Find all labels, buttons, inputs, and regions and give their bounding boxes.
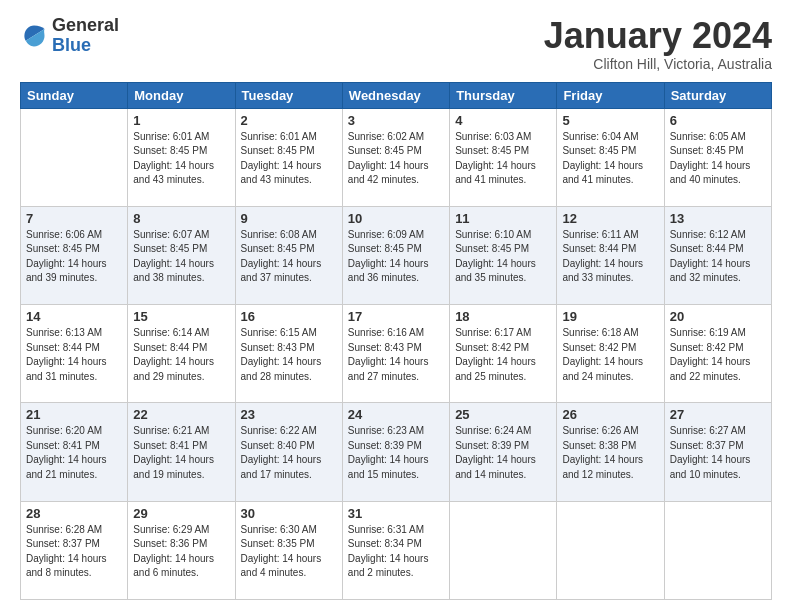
day-info: Sunrise: 6:02 AM Sunset: 8:45 PM Dayligh… bbox=[348, 130, 444, 188]
calendar-cell: 30Sunrise: 6:30 AM Sunset: 8:35 PM Dayli… bbox=[235, 501, 342, 599]
day-info: Sunrise: 6:27 AM Sunset: 8:37 PM Dayligh… bbox=[670, 424, 766, 482]
day-number: 12 bbox=[562, 211, 658, 226]
calendar-cell: 25Sunrise: 6:24 AM Sunset: 8:39 PM Dayli… bbox=[450, 403, 557, 501]
day-info: Sunrise: 6:24 AM Sunset: 8:39 PM Dayligh… bbox=[455, 424, 551, 482]
month-title: January 2024 bbox=[544, 16, 772, 56]
day-number: 2 bbox=[241, 113, 337, 128]
day-number: 19 bbox=[562, 309, 658, 324]
calendar-cell bbox=[450, 501, 557, 599]
day-info: Sunrise: 6:15 AM Sunset: 8:43 PM Dayligh… bbox=[241, 326, 337, 384]
day-info: Sunrise: 6:14 AM Sunset: 8:44 PM Dayligh… bbox=[133, 326, 229, 384]
col-tuesday: Tuesday bbox=[235, 82, 342, 108]
calendar-cell: 13Sunrise: 6:12 AM Sunset: 8:44 PM Dayli… bbox=[664, 206, 771, 304]
logo-icon bbox=[20, 22, 48, 50]
day-number: 13 bbox=[670, 211, 766, 226]
day-info: Sunrise: 6:30 AM Sunset: 8:35 PM Dayligh… bbox=[241, 523, 337, 581]
day-info: Sunrise: 6:18 AM Sunset: 8:42 PM Dayligh… bbox=[562, 326, 658, 384]
calendar-cell: 22Sunrise: 6:21 AM Sunset: 8:41 PM Dayli… bbox=[128, 403, 235, 501]
day-info: Sunrise: 6:11 AM Sunset: 8:44 PM Dayligh… bbox=[562, 228, 658, 286]
day-number: 4 bbox=[455, 113, 551, 128]
day-number: 10 bbox=[348, 211, 444, 226]
day-number: 1 bbox=[133, 113, 229, 128]
calendar-cell: 8Sunrise: 6:07 AM Sunset: 8:45 PM Daylig… bbox=[128, 206, 235, 304]
calendar-cell: 5Sunrise: 6:04 AM Sunset: 8:45 PM Daylig… bbox=[557, 108, 664, 206]
calendar-cell: 29Sunrise: 6:29 AM Sunset: 8:36 PM Dayli… bbox=[128, 501, 235, 599]
calendar-cell: 12Sunrise: 6:11 AM Sunset: 8:44 PM Dayli… bbox=[557, 206, 664, 304]
day-info: Sunrise: 6:10 AM Sunset: 8:45 PM Dayligh… bbox=[455, 228, 551, 286]
day-number: 20 bbox=[670, 309, 766, 324]
day-info: Sunrise: 6:21 AM Sunset: 8:41 PM Dayligh… bbox=[133, 424, 229, 482]
calendar-cell: 26Sunrise: 6:26 AM Sunset: 8:38 PM Dayli… bbox=[557, 403, 664, 501]
logo-text: General Blue bbox=[52, 16, 119, 56]
col-monday: Monday bbox=[128, 82, 235, 108]
page: General Blue January 2024 Clifton Hill, … bbox=[0, 0, 792, 612]
day-info: Sunrise: 6:23 AM Sunset: 8:39 PM Dayligh… bbox=[348, 424, 444, 482]
calendar-header-row: Sunday Monday Tuesday Wednesday Thursday… bbox=[21, 82, 772, 108]
day-info: Sunrise: 6:07 AM Sunset: 8:45 PM Dayligh… bbox=[133, 228, 229, 286]
day-info: Sunrise: 6:08 AM Sunset: 8:45 PM Dayligh… bbox=[241, 228, 337, 286]
day-info: Sunrise: 6:06 AM Sunset: 8:45 PM Dayligh… bbox=[26, 228, 122, 286]
day-number: 21 bbox=[26, 407, 122, 422]
day-info: Sunrise: 6:13 AM Sunset: 8:44 PM Dayligh… bbox=[26, 326, 122, 384]
day-number: 5 bbox=[562, 113, 658, 128]
calendar-cell: 2Sunrise: 6:01 AM Sunset: 8:45 PM Daylig… bbox=[235, 108, 342, 206]
calendar-cell: 7Sunrise: 6:06 AM Sunset: 8:45 PM Daylig… bbox=[21, 206, 128, 304]
calendar-cell: 28Sunrise: 6:28 AM Sunset: 8:37 PM Dayli… bbox=[21, 501, 128, 599]
calendar-cell: 11Sunrise: 6:10 AM Sunset: 8:45 PM Dayli… bbox=[450, 206, 557, 304]
calendar-cell: 17Sunrise: 6:16 AM Sunset: 8:43 PM Dayli… bbox=[342, 305, 449, 403]
day-number: 15 bbox=[133, 309, 229, 324]
day-info: Sunrise: 6:01 AM Sunset: 8:45 PM Dayligh… bbox=[241, 130, 337, 188]
calendar-cell: 14Sunrise: 6:13 AM Sunset: 8:44 PM Dayli… bbox=[21, 305, 128, 403]
calendar-cell: 15Sunrise: 6:14 AM Sunset: 8:44 PM Dayli… bbox=[128, 305, 235, 403]
day-number: 6 bbox=[670, 113, 766, 128]
day-number: 16 bbox=[241, 309, 337, 324]
calendar-cell: 9Sunrise: 6:08 AM Sunset: 8:45 PM Daylig… bbox=[235, 206, 342, 304]
day-number: 30 bbox=[241, 506, 337, 521]
calendar-table: Sunday Monday Tuesday Wednesday Thursday… bbox=[20, 82, 772, 600]
logo: General Blue bbox=[20, 16, 119, 56]
calendar-cell: 18Sunrise: 6:17 AM Sunset: 8:42 PM Dayli… bbox=[450, 305, 557, 403]
day-info: Sunrise: 6:31 AM Sunset: 8:34 PM Dayligh… bbox=[348, 523, 444, 581]
day-number: 3 bbox=[348, 113, 444, 128]
day-info: Sunrise: 6:12 AM Sunset: 8:44 PM Dayligh… bbox=[670, 228, 766, 286]
day-number: 28 bbox=[26, 506, 122, 521]
day-number: 8 bbox=[133, 211, 229, 226]
calendar-cell bbox=[557, 501, 664, 599]
day-number: 24 bbox=[348, 407, 444, 422]
day-info: Sunrise: 6:05 AM Sunset: 8:45 PM Dayligh… bbox=[670, 130, 766, 188]
calendar-cell: 31Sunrise: 6:31 AM Sunset: 8:34 PM Dayli… bbox=[342, 501, 449, 599]
calendar-week-3: 21Sunrise: 6:20 AM Sunset: 8:41 PM Dayli… bbox=[21, 403, 772, 501]
header: General Blue January 2024 Clifton Hill, … bbox=[20, 16, 772, 72]
calendar-cell: 19Sunrise: 6:18 AM Sunset: 8:42 PM Dayli… bbox=[557, 305, 664, 403]
day-info: Sunrise: 6:04 AM Sunset: 8:45 PM Dayligh… bbox=[562, 130, 658, 188]
day-number: 17 bbox=[348, 309, 444, 324]
calendar-cell: 21Sunrise: 6:20 AM Sunset: 8:41 PM Dayli… bbox=[21, 403, 128, 501]
calendar-cell bbox=[21, 108, 128, 206]
calendar-cell: 24Sunrise: 6:23 AM Sunset: 8:39 PM Dayli… bbox=[342, 403, 449, 501]
day-number: 25 bbox=[455, 407, 551, 422]
calendar-cell: 4Sunrise: 6:03 AM Sunset: 8:45 PM Daylig… bbox=[450, 108, 557, 206]
calendar-cell: 27Sunrise: 6:27 AM Sunset: 8:37 PM Dayli… bbox=[664, 403, 771, 501]
day-number: 31 bbox=[348, 506, 444, 521]
day-number: 18 bbox=[455, 309, 551, 324]
calendar-week-0: 1Sunrise: 6:01 AM Sunset: 8:45 PM Daylig… bbox=[21, 108, 772, 206]
day-number: 26 bbox=[562, 407, 658, 422]
day-number: 22 bbox=[133, 407, 229, 422]
day-info: Sunrise: 6:19 AM Sunset: 8:42 PM Dayligh… bbox=[670, 326, 766, 384]
calendar-cell: 16Sunrise: 6:15 AM Sunset: 8:43 PM Dayli… bbox=[235, 305, 342, 403]
calendar-week-2: 14Sunrise: 6:13 AM Sunset: 8:44 PM Dayli… bbox=[21, 305, 772, 403]
calendar-cell: 20Sunrise: 6:19 AM Sunset: 8:42 PM Dayli… bbox=[664, 305, 771, 403]
calendar-cell: 6Sunrise: 6:05 AM Sunset: 8:45 PM Daylig… bbox=[664, 108, 771, 206]
col-wednesday: Wednesday bbox=[342, 82, 449, 108]
title-block: January 2024 Clifton Hill, Victoria, Aus… bbox=[544, 16, 772, 72]
col-saturday: Saturday bbox=[664, 82, 771, 108]
day-info: Sunrise: 6:29 AM Sunset: 8:36 PM Dayligh… bbox=[133, 523, 229, 581]
day-info: Sunrise: 6:09 AM Sunset: 8:45 PM Dayligh… bbox=[348, 228, 444, 286]
day-number: 9 bbox=[241, 211, 337, 226]
day-number: 14 bbox=[26, 309, 122, 324]
day-number: 23 bbox=[241, 407, 337, 422]
calendar-week-1: 7Sunrise: 6:06 AM Sunset: 8:45 PM Daylig… bbox=[21, 206, 772, 304]
day-info: Sunrise: 6:20 AM Sunset: 8:41 PM Dayligh… bbox=[26, 424, 122, 482]
day-info: Sunrise: 6:28 AM Sunset: 8:37 PM Dayligh… bbox=[26, 523, 122, 581]
day-info: Sunrise: 6:22 AM Sunset: 8:40 PM Dayligh… bbox=[241, 424, 337, 482]
